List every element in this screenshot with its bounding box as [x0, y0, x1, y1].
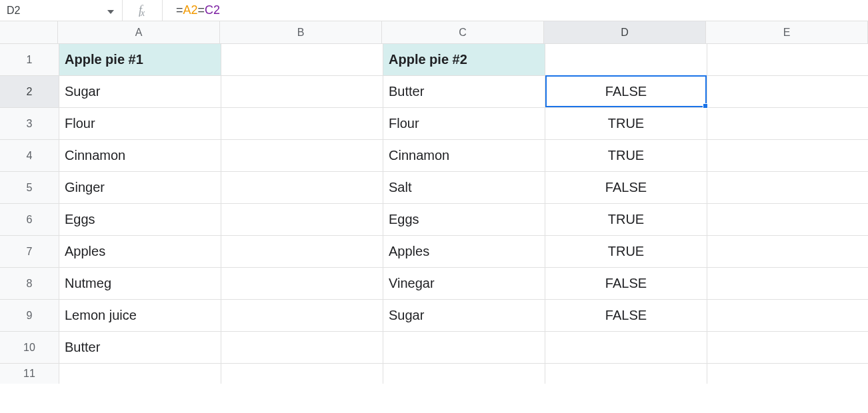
cell-D8[interactable]: FALSE	[545, 268, 707, 300]
cell-A8[interactable]: Nutmeg	[59, 268, 221, 300]
cell-C5[interactable]: Salt	[383, 172, 545, 204]
cell-C1[interactable]: Apple pie #2	[383, 44, 545, 76]
cell-D7[interactable]: TRUE	[545, 236, 707, 268]
row-header-4[interactable]: 4	[0, 140, 59, 172]
cell-D3[interactable]: TRUE	[545, 108, 707, 140]
fx-label-wrap: f x	[123, 0, 163, 21]
cell-A9[interactable]: Lemon juice	[59, 300, 221, 332]
cell-D11[interactable]	[545, 364, 707, 384]
cell-A1[interactable]: Apple pie #1	[59, 44, 221, 76]
cell-B9[interactable]	[221, 300, 383, 332]
col-header-a[interactable]: A	[58, 21, 220, 44]
column-headers: A B C D E	[58, 21, 868, 44]
cell-B2[interactable]	[221, 76, 383, 108]
grid-body: 1 2 3 4 5 6 7 8 9 10 11 Apple pie #1 App…	[0, 44, 868, 384]
col-header-d[interactable]: D	[544, 21, 706, 44]
cell-E6[interactable]	[707, 204, 868, 236]
cell-B4[interactable]	[221, 140, 383, 172]
cell-E9[interactable]	[707, 300, 868, 332]
cell-E1[interactable]	[707, 44, 868, 76]
formula-ref-a2: A2	[183, 3, 198, 17]
cell-D4[interactable]: TRUE	[545, 140, 707, 172]
cell-C7[interactable]: Apples	[383, 236, 545, 268]
cell-B7[interactable]	[221, 236, 383, 268]
cell-A10[interactable]: Butter	[59, 332, 221, 364]
cell-E5[interactable]	[707, 172, 868, 204]
cell-D9[interactable]: FALSE	[545, 300, 707, 332]
cell-A4[interactable]: Cinnamon	[59, 140, 221, 172]
cell-C11[interactable]	[383, 364, 545, 384]
formula-eq: =	[176, 3, 183, 17]
dropdown-icon[interactable]	[107, 5, 114, 16]
col-header-e[interactable]: E	[706, 21, 868, 44]
cell-C3[interactable]: Flour	[383, 108, 545, 140]
row-header-10[interactable]: 10	[0, 332, 59, 364]
cell-C8[interactable]: Vinegar	[383, 268, 545, 300]
formula-eq2: =	[198, 3, 205, 17]
cell-E4[interactable]	[707, 140, 868, 172]
cell-E2[interactable]	[707, 76, 868, 108]
row-header-8[interactable]: 8	[0, 268, 59, 300]
cell-E10[interactable]	[707, 332, 868, 364]
col-header-c[interactable]: C	[382, 21, 544, 44]
cell-A5[interactable]: Ginger	[59, 172, 221, 204]
formula-input[interactable]: =A2=C2	[163, 0, 868, 21]
cell-D2[interactable]: FALSE	[545, 76, 707, 108]
col-header-b[interactable]: B	[220, 21, 382, 44]
row-header-7[interactable]: 7	[0, 236, 59, 268]
cell-B8[interactable]	[221, 268, 383, 300]
cell-D1[interactable]	[545, 44, 707, 76]
row-header-2[interactable]: 2	[0, 76, 59, 108]
row-header-9[interactable]: 9	[0, 300, 59, 332]
cell-B3[interactable]	[221, 108, 383, 140]
cell-A2[interactable]: Sugar	[59, 76, 221, 108]
cell-B11[interactable]	[221, 364, 383, 384]
row-header-5[interactable]: 5	[0, 172, 59, 204]
formula-bar: D2 f x =A2=C2	[0, 0, 868, 21]
cell-A3[interactable]: Flour	[59, 108, 221, 140]
cell-E3[interactable]	[707, 108, 868, 140]
cell-C10[interactable]	[383, 332, 545, 364]
fx-sub-icon: x	[141, 8, 145, 19]
row-header-1[interactable]: 1	[0, 44, 59, 76]
cell-A6[interactable]: Eggs	[59, 204, 221, 236]
cell-B6[interactable]	[221, 204, 383, 236]
cell-D6[interactable]: TRUE	[545, 204, 707, 236]
formula-ref-c2: C2	[205, 3, 220, 17]
cell-C9[interactable]: Sugar	[383, 300, 545, 332]
row-header-3[interactable]: 3	[0, 108, 59, 140]
cell-A11[interactable]	[59, 364, 221, 384]
cell-D10[interactable]	[545, 332, 707, 364]
spreadsheet-grid: A B C D E 1 2 3 4 5 6 7 8 9 10 11 Apple …	[0, 21, 868, 384]
cell-B10[interactable]	[221, 332, 383, 364]
cell-E11[interactable]	[707, 364, 868, 384]
cell-C6[interactable]: Eggs	[383, 204, 545, 236]
corner-select-all[interactable]	[0, 21, 58, 44]
cell-B5[interactable]	[221, 172, 383, 204]
cell-C2[interactable]: Butter	[383, 76, 545, 108]
name-box[interactable]: D2	[0, 0, 123, 21]
row-header-6[interactable]: 6	[0, 204, 59, 236]
cell-E8[interactable]	[707, 268, 868, 300]
cell-A7[interactable]: Apples	[59, 236, 221, 268]
cell-B1[interactable]	[221, 44, 383, 76]
cell-D5[interactable]: FALSE	[545, 172, 707, 204]
cell-C4[interactable]: Cinnamon	[383, 140, 545, 172]
cell-E7[interactable]	[707, 236, 868, 268]
row-header-11[interactable]: 11	[0, 364, 59, 384]
name-box-text: D2	[7, 5, 20, 17]
